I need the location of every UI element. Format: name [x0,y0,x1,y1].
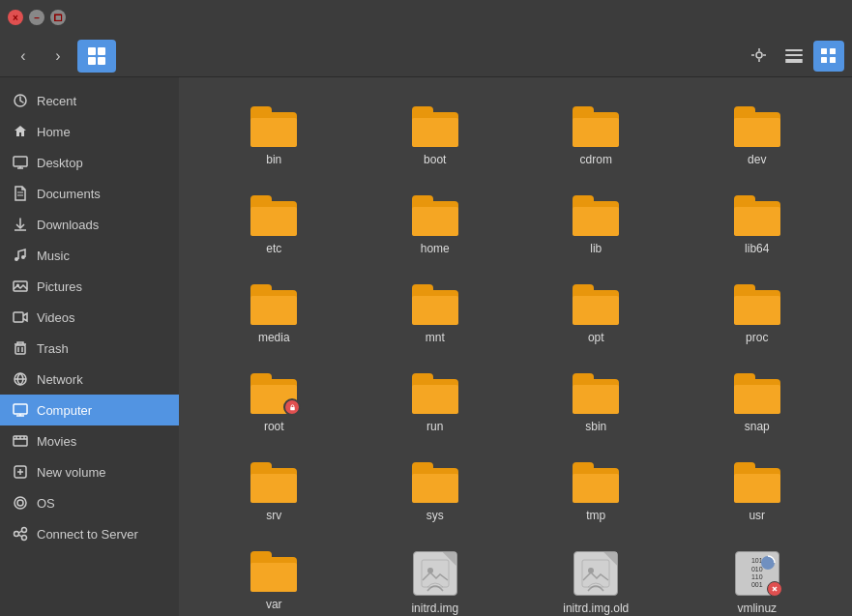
file-item-root[interactable]: root [198,364,350,443]
sidebar-item-home[interactable]: Home [0,116,179,147]
folder-icon [573,373,619,414]
broken-badge [767,581,782,597]
file-item-usr[interactable]: usr [682,453,834,532]
sidebar-item-documents[interactable]: Documents [0,178,179,209]
folder-icon [734,462,780,503]
location-button[interactable] [744,41,775,72]
svg-point-47 [15,532,19,537]
sidebar-item-recent[interactable]: Recent [0,85,179,116]
restore-icon: ⧠ [53,13,63,23]
file-item-lib[interactable]: lib [520,186,672,265]
file-item-boot[interactable]: boot [360,97,512,176]
file-content: binbootcdromdevetchomeliblib64mediamntop… [179,77,852,616]
forward-icon: › [55,47,60,65]
minimize-icon: – [34,13,40,23]
sidebar-item-os[interactable]: OS [0,487,179,518]
file-item-sbin[interactable]: sbin [520,364,672,443]
folder-icon [412,195,458,236]
desktop-icon [12,154,29,171]
folder-icon [250,106,297,147]
file-label-lib: lib [590,242,602,255]
folder-icon [250,373,297,414]
file-item-snap[interactable]: snap [682,364,834,443]
svg-rect-1 [98,47,105,55]
file-item-vmlinuz[interactable]: 101010110001 vmlinuz [682,542,834,616]
file-item-mnt[interactable]: mnt [360,275,512,354]
file-label-mnt: mnt [426,331,445,344]
file-item-lib64[interactable]: lib64 [682,186,834,265]
svg-rect-11 [785,59,803,61]
downloads-icon [12,216,29,233]
os-icon [12,494,29,512]
file-item-dev[interactable]: dev [682,97,834,176]
sidebar-item-computer[interactable]: Computer [0,395,179,425]
file-item-cdrom[interactable]: cdrom [520,97,672,176]
file-label-etc: etc [266,242,281,255]
svg-rect-0 [88,47,96,55]
folder-icon [734,373,780,414]
forward-button[interactable]: › [43,41,73,72]
svg-point-48 [22,528,27,533]
file-item-var[interactable]: var [198,542,350,616]
file-label-home: home [421,242,450,255]
svg-rect-13 [821,48,827,54]
minimize-button[interactable]: – [29,10,44,25]
file-label-root: root [264,420,284,433]
sidebar-label-connect: Connect to Server [37,527,138,542]
file-item-home[interactable]: home [360,186,512,265]
close-icon: × [13,13,18,23]
file-grid: binbootcdromdevetchomeliblib64mediamntop… [198,97,833,616]
sidebar-item-downloads[interactable]: Downloads [0,209,179,240]
file-item-initrd.img.old[interactable]: initrd.img.old [520,542,672,616]
file-item-tmp[interactable]: tmp [520,453,672,532]
view-icon-button[interactable] [77,40,116,73]
sidebar-label-videos: Videos [37,310,75,325]
file-label-proc: proc [746,331,768,344]
recent-icon [12,92,29,109]
folder-icon [573,462,619,503]
sidebar-item-pictures[interactable]: Pictures [0,271,179,302]
sidebar-label-desktop: Desktop [37,156,83,170]
vmlinuz-icon: 101010110001 [735,551,779,596]
sidebar-item-connect[interactable]: Connect to Server [0,518,179,549]
close-button[interactable]: × [8,10,23,25]
file-item-opt[interactable]: opt [520,275,672,354]
sidebar-item-newvolume[interactable]: New volume [0,456,179,487]
sidebar-label-computer: Computer [37,403,92,418]
sidebar-item-music[interactable]: Music [0,240,179,271]
network-icon [12,370,29,388]
file-label-run: run [426,420,443,433]
file-item-run[interactable]: run [360,364,512,443]
svg-rect-16 [830,57,836,63]
file-item-initrd.img[interactable]: initrd.img [360,542,512,616]
file-item-proc[interactable]: proc [682,275,834,354]
file-item-media[interactable]: media [198,275,350,354]
svg-rect-3 [98,57,105,65]
toolbar: ‹ › [0,35,852,77]
sidebar-item-desktop[interactable]: Desktop [0,147,179,178]
svg-point-4 [756,52,762,58]
svg-rect-34 [14,404,27,414]
svg-rect-12 [785,61,803,63]
location-icon [750,47,768,65]
file-item-srv[interactable]: srv [198,453,350,532]
svg-line-51 [19,535,22,537]
restore-button[interactable]: ⧠ [50,10,66,25]
sidebar-label-os: OS [37,496,55,511]
list-view-button[interactable] [779,41,809,72]
file-item-sys[interactable]: sys [360,453,512,532]
sidebar-item-trash[interactable]: Trash [0,333,179,364]
folder-icon [412,462,458,503]
sidebar-item-videos[interactable]: Videos [0,302,179,333]
computer-icon [12,401,29,419]
sidebar-item-network[interactable]: Network [0,364,179,395]
folder-icon [412,106,458,147]
grid-view-button[interactable] [813,41,844,72]
file-item-bin[interactable]: bin [198,97,350,176]
file-item-etc[interactable]: etc [198,186,350,265]
sidebar-item-movies[interactable]: Movies [0,425,179,456]
back-button[interactable]: ‹ [8,41,39,72]
svg-rect-29 [15,345,25,354]
icon-grid-large [87,46,106,66]
svg-rect-15 [821,57,827,63]
